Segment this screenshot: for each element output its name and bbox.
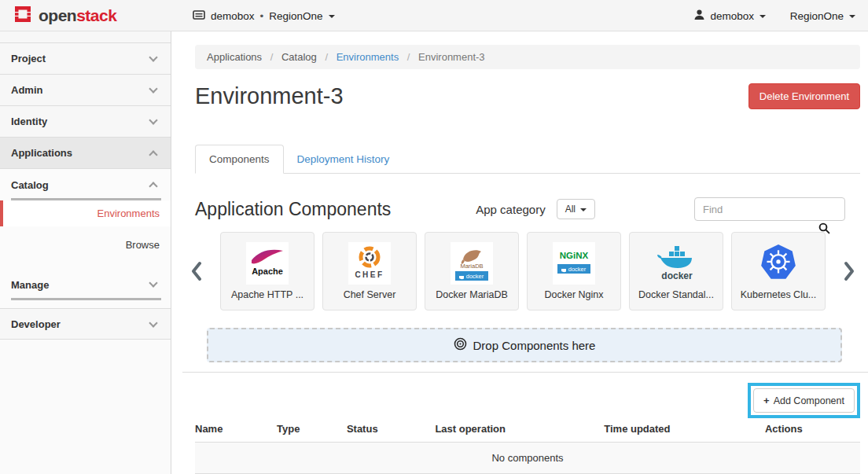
component-card-docker-nginx[interactable]: NGiNX docker Docker Nginx	[527, 232, 621, 310]
chevron-down-icon	[149, 278, 157, 287]
svg-text:MariaDB: MariaDB	[460, 263, 483, 270]
applications-subpanel: Catalog Environments Browse Manage	[0, 169, 171, 308]
sidebar-item-label: Identity	[11, 116, 47, 127]
sidebar-item-manage[interactable]: Manage	[0, 269, 171, 300]
column-header-type[interactable]: Type	[277, 420, 347, 443]
tab-deployment-history[interactable]: Deployment History	[284, 145, 403, 173]
component-cards: Apache Apache HTTP ... CHEF Chef Server	[220, 232, 835, 310]
page-header: Environment-3 Delete Environment	[195, 80, 860, 112]
chevron-up-icon	[149, 150, 157, 159]
carousel-next-icon[interactable]	[844, 260, 855, 285]
component-card-kubernetes[interactable]: Kubernetes Clu...	[731, 232, 826, 310]
delete-environment-button[interactable]: Delete Environment	[748, 83, 860, 109]
sidebar-item-label: Environments	[97, 208, 160, 219]
docker-logo-icon: docker	[655, 242, 697, 285]
column-header-status[interactable]: Status	[347, 420, 436, 443]
section-divider	[11, 298, 161, 300]
sidebar-item-environments[interactable]: Environments	[0, 200, 171, 226]
find-input[interactable]	[694, 197, 845, 221]
sidebar-item-developer[interactable]: Developer	[0, 308, 171, 340]
app-category-label: App category	[476, 203, 545, 216]
add-component-label: Add Component	[774, 395, 844, 406]
sidebar-top-strip	[0, 31, 171, 43]
add-component-row: + Add Component	[195, 383, 860, 420]
sidebar-item-label: Manage	[11, 279, 49, 291]
user-menu-label: demobox	[710, 10, 754, 22]
brand-text: openstack	[39, 6, 116, 25]
chevron-down-icon	[149, 318, 157, 327]
caret-down-icon	[329, 15, 335, 18]
sidebar-item-browse[interactable]: Browse	[0, 226, 171, 269]
column-header-name[interactable]: Name	[195, 420, 277, 443]
tab-components[interactable]: Components	[195, 145, 284, 174]
breadcrumb-environments-link[interactable]: Environments	[337, 51, 399, 63]
sidebar-item-label: Browse	[126, 239, 160, 251]
chevron-down-icon	[149, 116, 157, 124]
openstack-brand[interactable]: openstack	[13, 0, 116, 31]
table-header-row: Name Type Status Last operation Time upd…	[195, 420, 860, 443]
user-menu[interactable]: demobox	[694, 0, 766, 31]
tab-bar: Components Deployment History	[195, 144, 860, 174]
breadcrumb: Applications / Catalog / Environments / …	[195, 45, 860, 69]
top-bar: openstack demobox • RegionOne	[0, 0, 868, 31]
component-card-apache[interactable]: Apache Apache HTTP ...	[220, 232, 314, 310]
svg-text:docker: docker	[661, 270, 693, 281]
apache-logo-icon: Apache	[246, 242, 289, 285]
component-card-label: Apache HTTP ...	[231, 289, 303, 300]
search-icon-row	[195, 222, 860, 232]
caret-down-icon	[760, 15, 766, 18]
application-components-heading: Application Components	[195, 199, 476, 220]
svg-text:docker: docker	[568, 266, 587, 273]
breadcrumb-separator: /	[407, 51, 410, 63]
user-icon	[694, 9, 704, 23]
region-menu-label: RegionOne	[790, 10, 844, 22]
breadcrumb-applications[interactable]: Applications	[207, 51, 262, 63]
component-card-docker-mariadb[interactable]: MariaDB docker Docker MariaDB	[425, 232, 519, 310]
component-card-label: Docker Standal...	[638, 289, 714, 300]
drop-target-icon	[454, 337, 467, 353]
sidebar-item-admin[interactable]: Admin	[0, 75, 171, 106]
project-context-switcher[interactable]: demobox • RegionOne	[193, 0, 335, 31]
chevron-up-icon	[149, 182, 157, 190]
region-menu[interactable]: RegionOne	[790, 0, 855, 31]
sidebar-nav: Project Admin Identity Applications Cata…	[0, 31, 171, 474]
component-card-label: Kubernetes Clu...	[741, 289, 817, 300]
components-panel-header: Application Components App category All	[195, 196, 860, 222]
sidebar-item-label: Catalog	[11, 179, 49, 191]
category-dropdown[interactable]: All	[557, 199, 595, 219]
sidebar-item-catalog[interactable]: Catalog	[0, 169, 171, 200]
sidebar-item-label: Applications	[11, 147, 72, 159]
caret-down-icon	[849, 15, 855, 18]
sidebar-item-label: Project	[11, 53, 46, 64]
context-separator: •	[260, 10, 264, 22]
component-card-docker-standalone[interactable]: docker Docker Standal...	[629, 232, 723, 310]
context-project: demobox	[211, 10, 255, 22]
sidebar-item-project[interactable]: Project	[0, 43, 171, 75]
page-title: Environment-3	[195, 83, 748, 109]
drop-components-zone[interactable]: Drop Components here	[207, 328, 842, 362]
caret-down-icon	[580, 208, 587, 211]
mariadb-docker-logo-icon: MariaDB docker	[451, 242, 493, 285]
component-card-label: Chef Server	[344, 289, 396, 300]
svg-text:NGiNX: NGiNX	[560, 251, 589, 260]
component-card-label: Docker Nginx	[544, 289, 603, 300]
column-header-time-updated[interactable]: Time updated	[604, 420, 765, 443]
carousel-prev-icon[interactable]	[190, 260, 202, 285]
focus-highlight-box: + Add Component	[748, 383, 860, 418]
drop-zone-text: Drop Components here	[473, 339, 596, 352]
component-card-label: Docker MariaDB	[436, 289, 508, 300]
column-header-actions: Actions	[765, 420, 860, 443]
breadcrumb-catalog[interactable]: Catalog	[281, 51, 317, 63]
plus-icon: +	[763, 395, 770, 406]
svg-text:CHEF: CHEF	[355, 270, 384, 279]
project-card-icon	[193, 9, 205, 23]
breadcrumb-separator: /	[325, 51, 328, 63]
context-region: RegionOne	[269, 10, 322, 22]
sidebar-item-label: Admin	[11, 84, 42, 96]
sidebar-item-identity[interactable]: Identity	[0, 106, 171, 138]
add-component-button[interactable]: + Add Component	[753, 388, 855, 413]
column-header-last-operation[interactable]: Last operation	[435, 420, 604, 443]
sidebar-item-applications[interactable]: Applications	[0, 138, 171, 169]
component-card-chef[interactable]: CHEF Chef Server	[322, 232, 417, 310]
components-carousel: Apache Apache HTTP ... CHEF Chef Server	[195, 232, 860, 310]
